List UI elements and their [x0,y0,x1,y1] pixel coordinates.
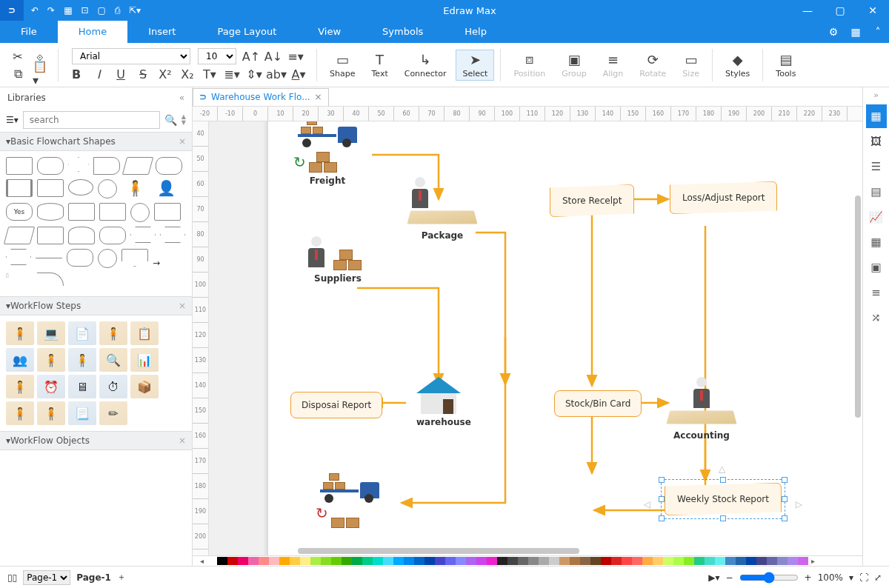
page-select[interactable]: Page-1 [23,570,70,585]
minimize-button[interactable]: — [791,0,824,21]
shape-user[interactable]: 👤 [153,179,179,197]
library-search-input[interactable] [23,111,160,129]
maximize-button[interactable]: ▢ [824,0,856,21]
close-tab-icon[interactable]: × [315,92,322,102]
wf-step[interactable]: 🧍 [37,348,65,372]
node-truck-2[interactable]: ↻ [320,473,379,528]
tab-home[interactable]: Home [58,21,127,43]
line-spacing-icon[interactable]: ⇕▾ [247,67,262,81]
wf-step[interactable]: 🔍 [99,348,127,372]
font-size-select[interactable]: 10 [198,48,236,64]
color-swatch[interactable] [549,557,559,565]
shape-tool-button[interactable]: ▭Shape [323,50,362,81]
wf-step[interactable]: 🧍 [6,321,34,345]
wf-step[interactable]: 📊 [130,348,159,372]
color-swatch[interactable] [217,557,227,565]
document-tab[interactable]: ⊃ Warehouse Work Flo... × [193,88,329,106]
shape-pill[interactable] [67,249,93,267]
paste-icon[interactable]: 📋▾ [33,66,47,81]
zoom-out-icon[interactable]: − [726,572,733,583]
collapse-ribbon-icon[interactable]: ˄ [867,21,889,43]
wf-step[interactable]: 🖥 [68,375,96,398]
color-swatch[interactable] [414,557,424,565]
color-swatch[interactable] [507,557,518,565]
color-swatch[interactable] [642,557,653,565]
shape-line[interactable] [36,258,62,258]
shape-delay[interactable] [99,227,126,244]
tab-insert[interactable]: Insert [127,21,196,43]
color-swatch[interactable] [497,557,507,565]
color-swatch[interactable] [383,557,393,565]
grid-icon[interactable]: ▦ [845,21,867,43]
wf-step[interactable]: 👥 [6,348,34,372]
tab-view[interactable]: View [297,21,362,43]
color-swatch[interactable] [756,557,767,565]
shape-manual[interactable] [154,203,181,221]
shape-offpage[interactable] [98,249,117,268]
node-accounting[interactable]: Accounting [668,377,735,441]
shape-connector[interactable] [130,203,150,222]
color-swatch[interactable] [539,557,549,565]
connector-tool-button[interactable]: ↳Connector [398,50,453,81]
shape-prep1[interactable] [130,227,156,243]
wf-step[interactable]: 📦 [130,375,159,398]
color-swatch[interactable] [445,557,456,565]
color-swatch[interactable] [632,557,642,565]
shape-round-rect[interactable] [37,157,64,175]
settings-icon[interactable]: ⚙ [822,21,845,43]
shape-offpage2[interactable] [121,249,148,267]
color-swatch[interactable] [279,557,290,565]
rp-page-icon[interactable]: ▤ [866,180,887,204]
panel-close-icon[interactable]: × [179,435,186,446]
group-button[interactable]: ▣Group [555,50,593,81]
color-swatch[interactable] [373,557,383,565]
shape-manual2[interactable] [4,227,35,244]
node-weekly-report[interactable]: Weekly Stock Report ◁ ▷ △ [661,479,785,519]
strike-icon[interactable]: S [136,67,150,81]
wf-step[interactable]: ✏ [99,401,127,425]
tools-button[interactable]: ▤Tools [769,50,802,81]
redo-icon[interactable]: ↷ [47,5,55,16]
shape-ellipse[interactable] [68,179,93,196]
collapse-sidebar-icon[interactable]: « [179,93,184,103]
wf-step[interactable]: ⏰ [37,375,65,398]
bold-icon[interactable]: B [69,67,84,81]
color-swatch[interactable] [788,557,798,565]
bullets-icon[interactable]: ≣▾ [224,67,239,81]
color-swatch[interactable] [227,557,238,565]
wf-step[interactable]: 💻 [37,321,65,345]
rp-chart-icon[interactable]: 📈 [866,205,887,229]
rp-clip-icon[interactable]: ▣ [866,255,887,279]
rp-table-icon[interactable]: ▦ [866,230,887,254]
shape-para[interactable] [122,157,153,175]
fit-page-icon[interactable]: ⛶ [859,572,868,583]
node-store-receipt[interactable]: Store Recelpt [550,184,634,217]
color-swatch[interactable] [238,557,248,565]
close-button[interactable]: ✕ [856,0,889,21]
fullscreen-icon[interactable]: ⤢ [874,572,882,583]
wf-step[interactable]: 📃 [68,401,96,425]
color-swatch[interactable] [300,557,310,565]
superscript-icon[interactable]: X² [158,67,173,81]
horizontal-scrollbar[interactable] [298,548,579,554]
increase-font-icon[interactable]: A↑ [244,49,259,64]
underline-icon[interactable]: U [113,67,128,81]
node-loss-adjust[interactable]: Loss/Adjust Report [670,181,777,214]
color-swatch[interactable] [798,557,808,565]
copy-icon[interactable]: ⧉ [10,66,25,81]
vertical-scrollbar[interactable] [855,196,861,418]
zoom-slider[interactable] [739,572,799,584]
shape-predef[interactable] [6,179,33,197]
panel-close-icon[interactable]: × [179,136,186,147]
color-swatch[interactable] [715,557,725,565]
color-swatch[interactable] [746,557,756,565]
open-icon[interactable]: ⊡ [81,5,88,16]
zoom-in-icon[interactable]: + [805,572,812,583]
wf-step[interactable]: 🧍 [37,401,65,425]
wf-step[interactable]: 📄 [68,321,96,345]
rp-layers-icon[interactable]: ☰ [866,155,887,178]
color-swatch[interactable] [580,557,590,565]
color-swatch[interactable] [694,557,705,565]
rp-list-icon[interactable]: ≡ [866,281,887,304]
shape-curve[interactable] [37,273,64,286]
